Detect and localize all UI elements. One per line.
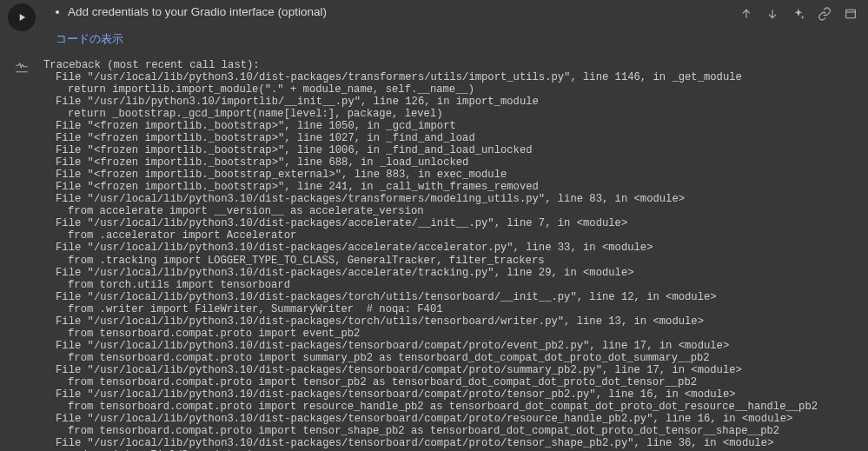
traceback-code-line: from tensorboard.compat.proto import ten… [43,376,863,388]
sparkle-icon [792,7,805,21]
arrow-up-icon [739,7,753,21]
cell-toolbar [738,2,865,23]
traceback-code-line: from .accelerator import Accelerator [43,229,863,242]
traceback-file-line: File "<frozen importlib._bootstrap>", li… [43,144,863,156]
traceback-file-line: File "/usr/local/lib/python3.10/dist-pac… [43,437,863,449]
traceback-file-line: File "<frozen importlib._bootstrap_exter… [43,169,863,181]
traceback-header: Traceback (most recent call last): [43,59,863,71]
traceback-code-line: from tensorboard.compat.proto import res… [43,401,863,413]
traceback-file-line: File "/usr/local/lib/python3.10/dist-pac… [43,267,863,279]
mirror-icon [844,7,858,21]
bullet-icon [56,10,59,14]
show-code-link[interactable]: コードの表示 [56,32,732,47]
traceback-file-line: File "/usr/local/lib/python3.10/dist-pac… [43,413,863,425]
traceback-code-line: from tensorboard.compat.proto import ten… [43,425,863,437]
traceback-file-line: File "/usr/local/lib/python3.10/dist-pac… [43,340,863,352]
output-toggle-button[interactable] [14,61,30,79]
move-up-button[interactable] [738,5,755,23]
traceback-code-line: from tensorboard.compat.proto import eve… [43,328,863,340]
traceback-code-line: from .tracking import LOGGER_TYPE_TO_CLA… [43,255,863,267]
link-button[interactable] [816,5,833,23]
ai-button[interactable] [790,5,807,23]
traceback-file-line: File "/usr/lib/python3.10/importlib/__in… [43,96,863,108]
traceback-file-line: File "/usr/local/lib/python3.10/dist-pac… [43,315,863,328]
traceback-code-line: return importlib.import_module("." + mod… [43,83,863,96]
traceback-file-line: File "/usr/local/lib/python3.10/dist-pac… [43,364,863,376]
traceback-file-line: File "<frozen importlib._bootstrap>", li… [43,156,863,169]
mirror-button[interactable] [842,5,859,23]
link-icon [818,7,832,21]
traceback-code-line: return _bootstrap._gcd_import(name[level… [43,108,863,120]
traceback-file-line: File "/usr/local/lib/python3.10/dist-pac… [43,388,863,401]
traceback-output: Traceback (most recent call last):File "… [40,59,868,451]
traceback-file-line: File "/usr/local/lib/python3.10/dist-pac… [43,71,863,83]
move-down-button[interactable] [764,5,781,23]
run-cell-button[interactable] [8,3,36,31]
cell-markdown-text: Add credentials to your Gradio interface… [68,5,327,18]
traceback-file-line: File "/usr/local/lib/python3.10/dist-pac… [43,242,863,254]
cell-markdown-line: Add credentials to your Gradio interface… [56,5,732,18]
traceback-file-line: File "<frozen importlib._bootstrap>", li… [43,120,863,132]
traceback-file-line: File "/usr/local/lib/python3.10/dist-pac… [43,193,863,205]
traceback-file-line: File "<frozen importlib._bootstrap>", li… [43,181,863,193]
arrow-down-icon [765,7,779,21]
svg-rect-0 [846,10,856,17]
output-settings-icon [14,61,30,76]
play-icon [16,11,28,23]
traceback-file-line: File "/usr/local/lib/python3.10/dist-pac… [43,291,863,303]
traceback-file-line: File "<frozen importlib._bootstrap>", li… [43,132,863,144]
traceback-code-line: from torch.utils import tensorboard [43,279,863,291]
traceback-code-line: from accelerate import __version__ as ac… [43,205,863,217]
traceback-code-line: from tensorboard.compat.proto import sum… [43,352,863,364]
traceback-code-line: from .writer import FileWriter, SummaryW… [43,303,863,315]
traceback-file-line: File "/usr/local/lib/python3.10/dist-pac… [43,217,863,229]
